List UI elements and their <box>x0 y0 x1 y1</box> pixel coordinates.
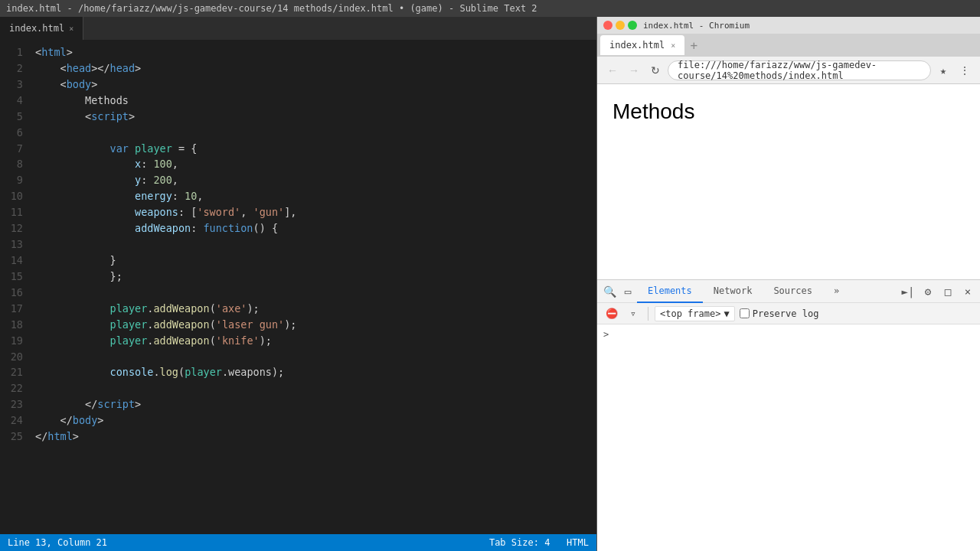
devtools-panel: 🔍 ▭ Elements Network Sources » <box>597 279 980 551</box>
code-line: </html> <box>35 429 596 445</box>
preserve-log-container: Preserve log <box>740 308 819 319</box>
main-area: index.html × 123456789101112131415161718… <box>0 17 980 551</box>
code-line: addWeapon: function() { <box>35 220 596 236</box>
window-min-btn[interactable] <box>616 21 625 30</box>
code-line: player.addWeapon('axe'); <box>35 301 596 317</box>
code-line: x: 100, <box>35 156 596 172</box>
tab-sources[interactable]: Sources <box>763 280 823 303</box>
frame-selector-label: <top frame> <box>660 308 720 319</box>
code-line <box>35 236 596 253</box>
execute-icon[interactable]: ►| <box>899 282 917 301</box>
browser-tab[interactable]: index.html × <box>600 35 684 55</box>
preserve-log-label: Preserve log <box>753 308 819 319</box>
editor-tab-close[interactable]: × <box>69 24 74 33</box>
code-line: var player = { <box>35 141 596 157</box>
console-arrow-icon: > <box>603 329 609 340</box>
tab-more[interactable]: » <box>823 280 850 303</box>
window-controls <box>603 21 637 30</box>
code-line: </script> <box>35 396 596 412</box>
tab-elements-label: Elements <box>648 285 692 296</box>
code-line: } <box>35 253 596 269</box>
editor-panel: index.html × 123456789101112131415161718… <box>0 17 597 551</box>
chrome-menu-button[interactable]: ⋮ <box>956 61 974 80</box>
browser-title-bar: index.html - Chromium <box>597 17 980 34</box>
code-line <box>35 380 596 396</box>
devtools-toolbar: ⛔ ▿ <top frame> ▼ Preserve log <box>597 303 980 324</box>
url-text: file:///home/fariazz/www/js-gamedev-cour… <box>678 60 921 81</box>
code-line: <body> <box>35 77 596 93</box>
filter-button[interactable]: ▿ <box>625 305 642 322</box>
browser-tab-bar: index.html × + <box>597 34 980 57</box>
status-position: Line 13, Column 21 <box>8 537 107 548</box>
code-line: energy: 10, <box>35 188 596 204</box>
preserve-log-checkbox[interactable] <box>740 308 750 318</box>
devtools-right-icons: ►| ⚙ □ × <box>899 282 977 301</box>
close-devtools-button[interactable]: × <box>959 282 977 301</box>
code-line: <head></head> <box>35 60 596 77</box>
title-text: index.html - /home/fariazz/www/js-gamede… <box>6 3 537 14</box>
code-line <box>35 349 596 365</box>
bookmark-button[interactable]: ★ <box>934 61 952 80</box>
page-heading: Methods <box>612 99 965 124</box>
tab-elements[interactable]: Elements <box>637 280 703 303</box>
inspect-element-icon[interactable]: 🔍 <box>600 282 619 301</box>
clear-console-button[interactable]: ⛔ <box>603 305 620 322</box>
window-close-btn[interactable] <box>603 21 612 30</box>
code-line: player.addWeapon('knife'); <box>35 333 596 349</box>
frame-selector[interactable]: <top frame> ▼ <box>655 306 735 321</box>
console-prompt-row[interactable]: > <box>597 328 980 341</box>
browser-nav-bar: ← → ↻ file:///home/fariazz/www/js-gamede… <box>597 57 980 84</box>
settings-icon[interactable]: ⚙ <box>919 282 937 301</box>
window-max-btn[interactable] <box>628 21 637 30</box>
editor-tab-label: index.html <box>9 23 64 34</box>
browser-panel: index.html - Chromium index.html × + ← →… <box>597 17 980 551</box>
forward-button[interactable]: → <box>625 61 643 80</box>
code-line: }; <box>35 269 596 285</box>
code-line: weapons: ['sword', 'gun'], <box>35 204 596 220</box>
status-right: Tab Size: 4 HTML <box>489 537 589 548</box>
tab-sources-label: Sources <box>773 285 812 296</box>
browser-content: Methods 🔍 ▭ Elements Network Sources <box>597 84 980 551</box>
frame-selector-chevron: ▼ <box>724 308 729 319</box>
editor-tab-bar: index.html × <box>0 17 596 40</box>
editor-tab[interactable]: index.html × <box>0 17 83 40</box>
line-numbers: 1234567891011121314151617181920212223242… <box>0 40 32 534</box>
code-line: </body> <box>35 412 596 429</box>
status-bar: Line 13, Column 21 Tab Size: 4 HTML <box>0 534 596 551</box>
code-line: Methods <box>35 93 596 109</box>
browser-tab-close-icon[interactable]: × <box>671 41 675 50</box>
tab-more-label: » <box>834 285 839 296</box>
tab-network-label: Network <box>714 285 753 296</box>
toolbar-separator <box>648 307 648 321</box>
browser-tab-label: index.html <box>609 40 665 51</box>
code-line: y: 200, <box>35 172 596 188</box>
device-toolbar-icon[interactable]: ▭ <box>619 282 637 301</box>
code-area: 1234567891011121314151617181920212223242… <box>0 40 596 534</box>
code-content[interactable]: <html> <head></head> <body> Methods <scr… <box>32 40 596 534</box>
new-tab-button[interactable]: + <box>684 36 703 54</box>
address-bar[interactable]: file:///home/fariazz/www/js-gamedev-cour… <box>668 60 931 80</box>
browser-title-text: index.html - Chromium <box>643 21 750 31</box>
code-line: <html> <box>35 44 596 60</box>
code-line: player.addWeapon('laser gun'); <box>35 317 596 333</box>
code-line: <script> <box>35 109 596 125</box>
reload-button[interactable]: ↻ <box>646 61 665 80</box>
dock-icon[interactable]: □ <box>939 282 957 301</box>
devtools-tab-bar: 🔍 ▭ Elements Network Sources » <box>597 280 980 303</box>
title-bar: index.html - /home/fariazz/www/js-gamede… <box>0 0 980 17</box>
code-line: console.log(player.weapons); <box>35 364 596 380</box>
tab-network[interactable]: Network <box>703 280 763 303</box>
back-button[interactable]: ← <box>603 61 622 80</box>
code-line <box>35 125 596 141</box>
code-line <box>35 285 596 301</box>
page-area: Methods <box>597 84 980 279</box>
devtools-content[interactable]: > <box>597 324 980 551</box>
